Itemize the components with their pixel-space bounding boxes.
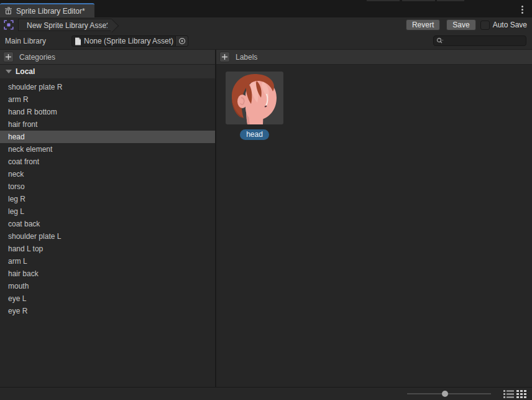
category-item-shoulder-plate-L[interactable]: shoulder plate L xyxy=(0,230,215,243)
categories-panel: Categories Local shoulder plate Rarm Rha… xyxy=(0,50,216,387)
category-item-eye-R[interactable]: eye R xyxy=(0,305,215,317)
add-label-button[interactable] xyxy=(219,52,230,62)
category-item-coat-back[interactable]: coat back xyxy=(0,218,215,230)
main-library-label: Main Library xyxy=(5,37,46,45)
categories-header: Categories xyxy=(0,50,215,65)
labels-panel: Labels xyxy=(216,50,532,387)
search-input[interactable] xyxy=(446,36,515,46)
category-item-leg-L[interactable]: leg L xyxy=(0,205,215,218)
triangle-down-icon xyxy=(6,70,12,73)
page-icon xyxy=(75,37,81,45)
window-menu-button[interactable] xyxy=(517,4,527,14)
category-item-neck-element[interactable]: neck element xyxy=(0,143,215,156)
category-list: shoulder plate Rarm Rhand R bottomhair f… xyxy=(0,78,215,387)
sprite-thumbnail xyxy=(226,72,283,124)
kebab-menu-icon xyxy=(521,6,523,7)
label-badge: head xyxy=(240,129,269,140)
categories-title: Categories xyxy=(19,53,55,62)
category-item-hand-R-bottom[interactable]: hand R bottom xyxy=(0,106,215,118)
list-view-icon[interactable] xyxy=(503,390,514,398)
category-item-arm-L[interactable]: arm L xyxy=(0,255,215,267)
revert-button[interactable]: Revert xyxy=(406,19,440,30)
breadcrumb-label: New Sprite Library Asset xyxy=(27,21,108,30)
category-item-coat-front[interactable]: coat front xyxy=(0,156,215,168)
main-library-object-field[interactable]: None (Sprite Library Asset) xyxy=(71,35,188,47)
sprite-library-asset-icon xyxy=(4,20,14,30)
category-item-hair-back[interactable]: hair back xyxy=(0,267,215,280)
labels-grid: head xyxy=(216,65,532,140)
window-edge-artifact xyxy=(367,0,400,1)
category-item-neck[interactable]: neck xyxy=(0,168,215,180)
grid-view-icon[interactable] xyxy=(516,390,527,398)
object-field-value: None (Sprite Library Asset) xyxy=(84,37,175,45)
main-library-row: Main Library None (Sprite Library Asset) xyxy=(0,32,532,50)
slider-thumb[interactable] xyxy=(442,391,448,397)
tab-bar: Sprite Library Editor* xyxy=(0,0,532,17)
category-item-hair-front[interactable]: hair front xyxy=(0,118,215,131)
category-item-head[interactable]: head xyxy=(0,131,215,143)
tab-sprite-library-editor[interactable]: Sprite Library Editor* xyxy=(0,3,94,17)
label-badge-wrap: head xyxy=(226,129,283,140)
thumbnail-size-slider[interactable] xyxy=(407,393,491,394)
save-button[interactable]: Save xyxy=(446,19,475,30)
labels-header: Labels xyxy=(216,50,532,65)
plus-icon xyxy=(221,53,228,60)
auto-save-label: Auto Save xyxy=(493,21,527,29)
category-item-leg-R[interactable]: leg R xyxy=(0,193,215,205)
add-category-button[interactable] xyxy=(3,52,14,62)
auto-save-checkbox[interactable] xyxy=(480,21,490,30)
category-item-hand-L-top[interactable]: hand L top xyxy=(0,243,215,255)
search-field[interactable] xyxy=(433,35,526,46)
local-group-label: Local xyxy=(16,67,35,76)
label-item-head[interactable]: head xyxy=(226,72,283,140)
sprite-library-window-icon xyxy=(4,7,12,15)
breadcrumb[interactable]: New Sprite Library Asset xyxy=(18,19,112,31)
local-group-foldout[interactable]: Local xyxy=(0,65,215,78)
magnifier-icon xyxy=(436,37,444,44)
category-item-torso[interactable]: torso xyxy=(0,180,215,193)
window-edge-artifact xyxy=(437,0,464,1)
editor-body: Categories Local shoulder plate Rarm Rha… xyxy=(0,50,532,387)
category-item-arm-R[interactable]: arm R xyxy=(0,93,215,106)
labels-title: Labels xyxy=(236,53,257,62)
sprite-library-editor-window: Sprite Library Editor* New Sprite Librar… xyxy=(0,0,532,400)
category-item-shoulder-plate-R[interactable]: shoulder plate R xyxy=(0,81,215,93)
breadcrumb-toolbar: New Sprite Library Asset Revert Save Aut… xyxy=(0,17,532,32)
plus-icon xyxy=(5,53,12,60)
object-picker-button[interactable] xyxy=(175,36,188,46)
toolbar-actions: Revert Save Auto Save xyxy=(406,17,527,32)
tab-title: Sprite Library Editor* xyxy=(16,7,85,16)
head-sprite-image xyxy=(226,72,283,124)
window-edge-artifact xyxy=(402,0,435,1)
object-picker-icon xyxy=(178,37,186,45)
bottom-bar xyxy=(0,387,532,400)
category-item-mouth[interactable]: mouth xyxy=(0,280,215,292)
category-item-eye-L[interactable]: eye L xyxy=(0,292,215,305)
